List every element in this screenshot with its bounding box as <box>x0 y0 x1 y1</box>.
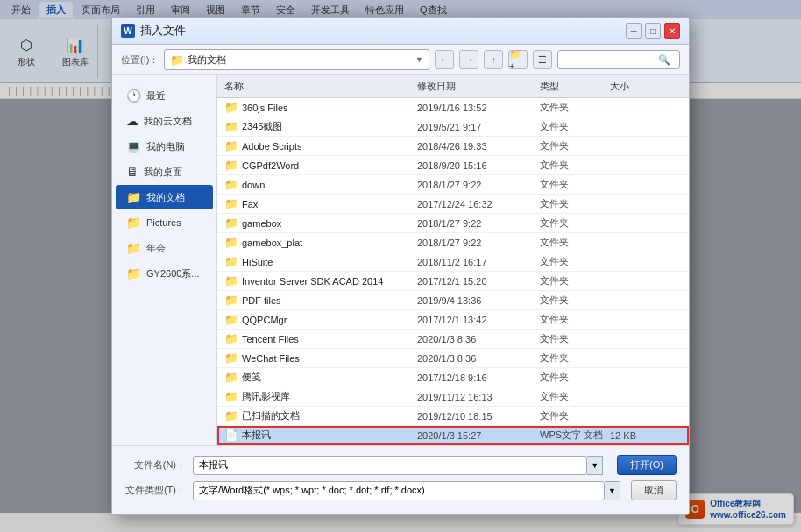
file-row[interactable]: 📁 gamebox 2018/1/27 9:22 文件夹 <box>217 214 689 233</box>
desktop-icon: 🖥 <box>126 165 138 179</box>
col-header-type[interactable]: 类型 <box>533 78 603 95</box>
file-size-cell <box>603 299 664 302</box>
location-bar[interactable]: 📁 我的文档 ▼ <box>164 49 429 70</box>
file-name-cell: 📁 gamebox_plat <box>217 234 410 251</box>
file-type-cell: 文件夹 <box>533 234 603 251</box>
file-name-text: WeChat Files <box>242 353 300 364</box>
search-input[interactable] <box>562 54 658 65</box>
gy2600-icon: 📁 <box>126 266 141 280</box>
file-row[interactable]: 📁 已扫描的文档 2019/12/10 18:15 文件夹 <box>217 407 689 426</box>
file-row[interactable]: 📁 腾讯影视库 2019/11/12 16:13 文件夹 <box>217 387 689 407</box>
filetype-label: 文件类型(T)： <box>124 484 186 497</box>
file-size-cell <box>603 337 664 341</box>
file-name-cell: 📁 gamebox <box>217 215 410 231</box>
file-type-cell: 文件夹 <box>533 330 603 347</box>
minimize-button[interactable]: ─ <box>626 23 642 39</box>
file-type-cell: 文件夹 <box>533 138 603 154</box>
filetype-dropdown-btn[interactable]: ▼ <box>605 481 620 500</box>
nav-item-party[interactable]: 📁 年会 <box>116 236 213 260</box>
nav-up-button[interactable]: ↑ <box>484 50 503 69</box>
nav-item-desktop[interactable]: 🖥 我的桌面 <box>116 160 213 184</box>
file-name-text: Tencent Files <box>242 334 299 344</box>
file-row[interactable]: 📁 down 2018/1/27 9:22 文件夹 <box>217 175 689 195</box>
file-date-cell: 2017/12/1 15:20 <box>410 274 533 288</box>
nav-item-pictures[interactable]: 📁 Pictures <box>116 210 213 235</box>
open-button[interactable]: 打开(O) <box>617 455 677 475</box>
file-row[interactable]: 📁 CGPdf2Word 2018/9/20 15:16 文件夹 <box>217 156 689 175</box>
file-row[interactable]: 📁 2345截图 2019/5/21 9:17 文件夹 <box>217 117 689 137</box>
file-icon: 📁 <box>224 120 238 133</box>
file-name-text: HiSuite <box>242 257 273 267</box>
nav-item-cloud[interactable]: ☁ 我的云文档 <box>116 109 213 133</box>
file-size-cell <box>603 145 664 148</box>
nav-item-gy2600[interactable]: 📁 GY2600系... <box>116 261 213 286</box>
filename-input[interactable] <box>193 456 587 475</box>
location-text: 我的文档 <box>188 53 226 67</box>
footer-filetype-row: 文件类型(T)： ▼ 取消 <box>124 480 677 500</box>
file-type-cell: 文件夹 <box>533 195 603 212</box>
file-row[interactable]: 📁 WeChat Files 2020/1/3 8:36 文件夹 <box>217 349 689 368</box>
word-background: 开始 插入 页面布局 引用 审阅 视图 章节 安全 开发工具 特色应用 Q查找 … <box>0 0 801 532</box>
file-date-cell: 2019/5/21 9:17 <box>410 120 533 134</box>
location-folder-icon: 📁 <box>170 53 184 67</box>
file-date-cell: 2017/12/24 16:32 <box>410 197 533 211</box>
file-row[interactable]: 📁 Tencent Files 2020/1/3 8:36 文件夹 <box>217 330 689 349</box>
file-icon: 📁 <box>224 255 238 268</box>
filename-dropdown-btn[interactable]: ▼ <box>587 456 603 475</box>
file-type-cell: 文件夹 <box>533 369 603 386</box>
file-list-header: 名称 修改日期 类型 大小 <box>217 75 689 98</box>
file-row[interactable]: 📁 Fax 2017/12/24 16:32 文件夹 <box>217 195 689 214</box>
dialog-toolbar: 位置(I)： 📁 我的文档 ▼ ← → ↑ 📁+ ☰ 🔍 <box>112 45 689 75</box>
maximize-button[interactable]: □ <box>645 23 661 39</box>
file-date-cell: 2018/1/27 9:22 <box>410 178 533 192</box>
nav-item-recent[interactable]: 🕐 最近 <box>116 83 213 108</box>
file-name-cell: 📁 360js Files <box>217 99 410 116</box>
file-icon: 📁 <box>224 390 238 403</box>
file-row[interactable]: 📁 Adobe Scripts 2018/4/26 19:33 文件夹 <box>217 137 689 156</box>
search-box[interactable]: 🔍 <box>557 50 680 69</box>
file-type-cell: 文件夹 <box>533 157 603 174</box>
search-icon: 🔍 <box>658 54 670 66</box>
location-dropdown-icon: ▼ <box>415 55 423 64</box>
file-type-cell: 文件夹 <box>533 253 603 270</box>
nav-back-button[interactable]: ← <box>435 50 454 69</box>
dialog-body: 🕐 最近 ☁ 我的云文档 💻 我的电脑 🖥 我的桌面 <box>112 75 689 445</box>
nav-item-mydocs[interactable]: 📁 我的文档 <box>116 185 213 209</box>
new-folder-button[interactable]: 📁+ <box>508 50 528 69</box>
file-size-cell <box>603 222 664 225</box>
filetype-input[interactable] <box>193 481 605 500</box>
file-date-cell: 2018/1/27 9:22 <box>410 216 533 231</box>
file-row[interactable]: 📁 HiSuite 2018/11/2 16:17 文件夹 <box>217 252 689 272</box>
file-type-cell: 文件夹 <box>533 408 603 424</box>
file-row[interactable]: 📄 本报讯 2020/1/3 15:27 WPS文字 文档 12 KB <box>217 426 689 445</box>
computer-icon: 💻 <box>126 139 141 153</box>
col-header-size[interactable]: 大小 <box>603 78 664 95</box>
file-icon: 📁 <box>224 409 238 422</box>
nav-panel: 🕐 最近 ☁ 我的云文档 💻 我的电脑 🖥 我的桌面 <box>112 75 217 445</box>
dialog-overlay: W 插入文件 ─ □ ✕ 位置(I)： 📁 我的文档 ▼ ← → <box>0 0 801 532</box>
file-row[interactable]: 📁 PDF files 2019/9/4 13:36 文件夹 <box>217 291 689 310</box>
footer-filename-row: 文件名(N)： ▼ 打开(O) <box>124 455 677 475</box>
filetype-input-container: ▼ <box>193 481 620 500</box>
file-row[interactable]: 📁 Inventor Server SDK ACAD 2014 2017/12/… <box>217 272 689 291</box>
view-toggle-button[interactable]: ☰ <box>533 50 552 69</box>
file-name-text: Inventor Server SDK ACAD 2014 <box>242 276 383 287</box>
file-row[interactable]: 📁 QQPCMgr 2017/12/1 13:42 文件夹 <box>217 310 689 330</box>
file-list: 📁 360js Files 2019/1/16 13:52 文件夹 📁 2345… <box>217 98 689 445</box>
file-row[interactable]: 📁 便笺 2017/12/18 9:16 文件夹 <box>217 368 689 387</box>
pictures-icon: 📁 <box>126 216 141 230</box>
file-type-cell: 文件夹 <box>533 350 603 366</box>
dialog-title-left: W 插入文件 <box>121 23 186 39</box>
nav-item-computer[interactable]: 💻 我的电脑 <box>116 134 213 159</box>
file-size-cell <box>603 260 664 264</box>
col-header-name[interactable]: 名称 <box>217 78 410 95</box>
file-date-cell: 2020/1/3 8:36 <box>410 351 533 365</box>
cancel-button[interactable]: 取消 <box>631 480 677 500</box>
nav-forward-button[interactable]: → <box>459 50 478 69</box>
file-type-cell: 文件夹 <box>533 176 603 193</box>
file-row[interactable]: 📁 360js Files 2019/1/16 13:52 文件夹 <box>217 98 689 117</box>
close-button[interactable]: ✕ <box>664 23 680 39</box>
file-row[interactable]: 📁 gamebox_plat 2018/1/27 9:22 文件夹 <box>217 233 689 252</box>
file-type-cell: 文件夹 <box>533 388 603 405</box>
col-header-date[interactable]: 修改日期 <box>410 78 533 95</box>
